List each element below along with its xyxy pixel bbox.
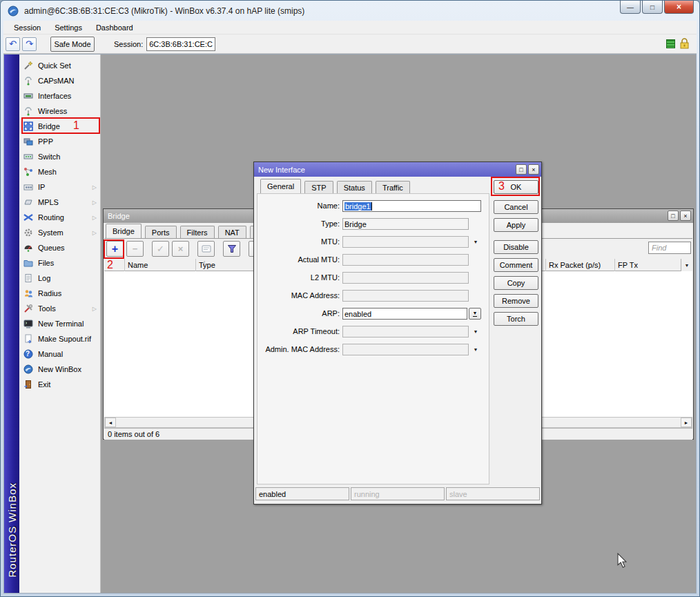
- sidebar-item-manual[interactable]: ? Manual: [19, 346, 100, 362]
- tab-bridge[interactable]: Bridge: [106, 224, 142, 238]
- sidebar-item-routing[interactable]: Routing ▷: [19, 210, 100, 225]
- sidebar-item-quick-set[interactable]: Quick Set: [19, 58, 100, 73]
- actual-mtu-field: [342, 254, 469, 266]
- redo-button[interactable]: ↷: [22, 37, 37, 51]
- flags-column-header[interactable]: [104, 259, 125, 271]
- sidebar-item-files[interactable]: Files: [19, 255, 100, 271]
- dialog-close-button[interactable]: ×: [528, 164, 539, 175]
- tab-stp[interactable]: STP: [304, 181, 333, 194]
- actual-mtu-label: Actual MTU:: [254, 254, 340, 266]
- sidebar-item-system[interactable]: System ▷: [19, 225, 100, 240]
- menu-session[interactable]: Session: [8, 22, 47, 33]
- comment-button[interactable]: [197, 241, 215, 257]
- winbox-main-window: admin@6C:3B:6B:31:CE:C3 (MikroTik) - Win…: [0, 0, 700, 597]
- admin-mac-label: Admin. MAC Address:: [254, 344, 340, 355]
- undo-button[interactable]: ↶: [6, 37, 20, 51]
- items-count-text: 0 items out of 6: [108, 430, 159, 438]
- admin-mac-field[interactable]: [342, 344, 469, 355]
- dialog-titlebar[interactable]: New Interface □ ×: [254, 162, 541, 177]
- bridge-maximize-button[interactable]: □: [668, 211, 679, 221]
- toolbar-gap: [217, 241, 223, 257]
- menu-settings[interactable]: Settings: [48, 22, 88, 33]
- minimize-button[interactable]: —: [620, 1, 641, 14]
- tab-nat[interactable]: NAT: [218, 226, 246, 239]
- wireless-icon: [23, 106, 34, 116]
- rx-packet-column-header[interactable]: Rx Packet (p/s): [546, 259, 615, 271]
- dialog-maximize-button[interactable]: □: [516, 164, 527, 175]
- session-input[interactable]: [146, 37, 215, 51]
- enable-button[interactable]: ✓: [152, 241, 169, 257]
- sidebar-item-bridge[interactable]: Bridge: [19, 119, 100, 134]
- plus-icon: +: [112, 244, 118, 255]
- add-button[interactable]: +: [106, 241, 124, 257]
- admin-mac-dropdown-icon[interactable]: ▼: [471, 344, 480, 355]
- sidebar-item-exit[interactable]: Exit: [19, 377, 100, 392]
- sidebar-item-ppp[interactable]: PPP: [19, 134, 100, 149]
- column-picker-button[interactable]: ▼: [681, 259, 692, 271]
- sidebar-item-queues[interactable]: Queues: [19, 240, 100, 255]
- sidebar-item-mpls[interactable]: MPLS ▷: [19, 195, 100, 210]
- sidebar-item-new-terminal[interactable]: New Terminal: [19, 316, 100, 331]
- name-column-header[interactable]: Name /: [125, 259, 196, 271]
- sidebar-item-log[interactable]: Log: [19, 271, 100, 286]
- remove-button[interactable]: −: [126, 241, 144, 257]
- sidebar-item-mesh[interactable]: Mesh: [19, 164, 100, 179]
- mac-address-field[interactable]: [342, 290, 469, 302]
- sidebar-item-wireless[interactable]: Wireless: [19, 104, 100, 119]
- filter-button[interactable]: [223, 241, 240, 257]
- sidebar-item-tools[interactable]: Tools ▷: [19, 301, 100, 316]
- bridge-icon: [23, 121, 34, 131]
- tab-general[interactable]: General: [260, 179, 301, 193]
- arp-select[interactable]: enabled: [342, 308, 467, 320]
- quick-set-icon: [23, 61, 34, 70]
- arp-timeout-dropdown-icon[interactable]: ▼: [471, 326, 480, 337]
- sidebar-item-new-winbox[interactable]: New WinBox: [19, 362, 100, 377]
- arp-dropdown-button[interactable]: ▼: [469, 308, 481, 320]
- titlebar[interactable]: admin@6C:3B:6B:31:CE:C3 (MikroTik) - Win…: [1, 1, 699, 21]
- check-icon: ✓: [157, 244, 164, 253]
- tab-ports[interactable]: Ports: [145, 226, 177, 239]
- exit-door-icon: [23, 380, 34, 389]
- sidebar-item-capsman[interactable]: CAPsMAN: [19, 73, 100, 88]
- status-running: running: [351, 487, 445, 500]
- tab-filters[interactable]: Filters: [180, 226, 215, 239]
- main-toolbar: ↶ ↷ Safe Mode Session:: [3, 35, 697, 54]
- scroll-left-button[interactable]: ◄: [105, 418, 116, 427]
- remove-button[interactable]: Remove: [494, 294, 538, 308]
- disable-button[interactable]: Disable: [494, 240, 538, 254]
- cancel-button[interactable]: Cancel: [494, 200, 538, 214]
- mtu-field[interactable]: [342, 236, 469, 248]
- name-input[interactable]: bridge1: [342, 200, 481, 212]
- apply-button[interactable]: Apply: [494, 218, 538, 232]
- sidebar-item-make-supout[interactable]: Make Supout.rif: [19, 331, 100, 346]
- funnel-icon: [227, 244, 237, 253]
- find-input[interactable]: [648, 242, 691, 254]
- comment-button[interactable]: Comment: [494, 258, 538, 272]
- torch-button[interactable]: Torch: [494, 312, 538, 326]
- ok-button[interactable]: OK: [494, 180, 538, 194]
- close-button[interactable]: ×: [664, 1, 694, 14]
- sidebar-item-switch[interactable]: Switch: [19, 149, 100, 164]
- bridge-close-button[interactable]: ×: [680, 211, 691, 221]
- redo-icon: ↷: [26, 39, 33, 49]
- tab-traffic[interactable]: Traffic: [376, 181, 410, 194]
- fp-tx-column-header[interactable]: FP Tx: [615, 259, 682, 271]
- brand-strip: RouterOS WinBox: [4, 55, 19, 593]
- toolbar-gap: [192, 241, 197, 257]
- disable-button[interactable]: ×: [172, 241, 189, 257]
- sidebar-item-ip[interactable]: IP ▷: [19, 179, 100, 195]
- sidebar-item-radius[interactable]: Radius: [19, 286, 100, 301]
- type-field: Bridge: [342, 218, 469, 230]
- mtu-dropdown-icon[interactable]: ▼: [471, 236, 480, 248]
- arp-timeout-field[interactable]: [342, 326, 469, 337]
- queues-icon: [23, 243, 34, 253]
- sidebar-item-interfaces[interactable]: Interfaces: [19, 88, 100, 104]
- menu-dashboard[interactable]: Dashboard: [90, 22, 139, 33]
- safe-mode-button[interactable]: Safe Mode: [50, 37, 95, 52]
- comment-icon: [202, 245, 211, 253]
- main-body: RouterOS WinBox Quick Set CAPsMAN Interf…: [3, 54, 697, 594]
- maximize-button[interactable]: □: [642, 1, 663, 14]
- tab-status[interactable]: Status: [337, 181, 372, 194]
- scroll-right-button[interactable]: ►: [681, 418, 692, 427]
- copy-button[interactable]: Copy: [494, 276, 538, 290]
